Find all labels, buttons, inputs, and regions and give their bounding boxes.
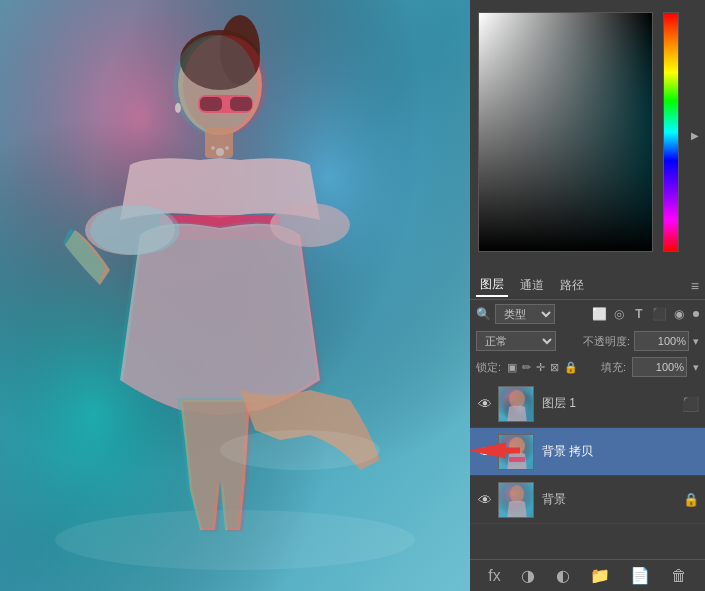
opacity-input[interactable]	[634, 331, 689, 351]
layer-name-bg-copy: 背景 拷贝	[542, 443, 699, 460]
tab-paths[interactable]: 路径	[556, 275, 588, 296]
filter-adj-icon[interactable]: ◎	[611, 306, 627, 322]
lock-paint-icon[interactable]: ✏	[522, 361, 531, 374]
layer-lock-icon-bg: 🔒	[683, 492, 699, 507]
layers-panel: 图层 通道 路径 ≡ 🔍 类型 ⬜ ◎ T ⬛ ◉ 正常 不	[470, 270, 705, 591]
blend-mode-select[interactable]: 正常	[476, 331, 556, 351]
layer-thumbnail-bg-copy	[498, 434, 534, 470]
lock-all-icon[interactable]: 🔒	[564, 361, 578, 374]
right-panel: ▶ 图层 通道 路径 ≡ 🔍 类型 ⬜ ◎ T ⬛ ◉	[470, 0, 705, 591]
layer-name-bg: 背景	[542, 491, 679, 508]
filter-type-icon[interactable]: T	[631, 306, 647, 322]
svg-point-22	[220, 430, 380, 470]
tab-layers[interactable]: 图层	[476, 274, 508, 297]
svg-point-20	[225, 146, 229, 150]
svg-rect-12	[200, 97, 222, 111]
panel-arrow-icon[interactable]: ▶	[691, 130, 699, 141]
filter-active-dot	[693, 311, 699, 317]
layers-toolbar: 🔍 类型 ⬜ ◎ T ⬛ ◉	[470, 300, 705, 328]
lock-move-icon[interactable]: ✛	[536, 361, 545, 374]
layers-tabs-bar: 图层 通道 路径 ≡	[470, 270, 705, 300]
svg-point-9	[173, 35, 257, 135]
layer-item-bg-copy[interactable]: 👁	[470, 428, 705, 476]
lock-checkerboard-icon[interactable]: ▣	[507, 361, 517, 374]
lock-icons: ▣ ✏ ✛ ⊠ 🔒	[507, 361, 578, 374]
svg-point-30	[509, 437, 525, 455]
visibility-icon-layer1[interactable]: 👁	[476, 395, 494, 413]
visibility-icon-bg-copy[interactable]: 👁	[476, 443, 494, 461]
svg-point-16	[90, 205, 180, 255]
visibility-icon-bg[interactable]: 👁	[476, 491, 494, 509]
svg-rect-13	[230, 97, 252, 111]
adjustment-layer-button[interactable]: ◐	[552, 564, 574, 587]
fill-input[interactable]	[632, 357, 687, 377]
fill-dropdown-icon[interactable]: ▾	[693, 361, 699, 374]
svg-point-18	[216, 148, 224, 156]
color-picker-area: ▶	[470, 0, 705, 270]
svg-rect-31	[509, 457, 525, 462]
new-group-button[interactable]: 📁	[586, 564, 614, 587]
layers-bottom-bar: fx ◑ ◐ 📁 📄 🗑	[470, 559, 705, 591]
delete-layer-button[interactable]: 🗑	[667, 565, 691, 587]
layer-item-bg[interactable]: 👁	[470, 476, 705, 524]
filter-icons: ⬜ ◎ T ⬛ ◉	[591, 306, 699, 322]
new-layer-button[interactable]: 📄	[626, 564, 654, 587]
color-gradient-box[interactable]	[478, 12, 653, 252]
filter-smart-icon[interactable]: ◉	[671, 306, 687, 322]
blend-mode-row: 正常 不透明度: ▾	[470, 328, 705, 354]
fill-label: 填充:	[601, 360, 626, 375]
lock-row: 锁定: ▣ ✏ ✛ ⊠ 🔒 填充: ▾	[470, 354, 705, 380]
canvas-image	[0, 0, 470, 591]
tab-channels[interactable]: 通道	[516, 275, 548, 296]
svg-point-19	[211, 146, 215, 150]
add-mask-button[interactable]: ◑	[517, 564, 539, 587]
filter-pixel-icon[interactable]: ⬜	[591, 306, 607, 322]
svg-point-21	[175, 103, 181, 113]
layer-thumbnail-bg	[498, 482, 534, 518]
layer-name-layer1: 图层 1	[542, 395, 678, 412]
color-spectrum-bar[interactable]	[663, 12, 679, 252]
svg-point-26	[509, 390, 525, 408]
lock-label: 锁定:	[476, 360, 501, 375]
svg-point-17	[270, 203, 350, 247]
svg-point-34	[510, 485, 524, 503]
figure-svg	[0, 0, 470, 591]
layer-extra-layer1: ⬛	[682, 396, 699, 412]
filter-kind-select[interactable]: 类型	[495, 304, 555, 324]
opacity-label: 不透明度:	[583, 334, 630, 349]
search-icon[interactable]: 🔍	[476, 307, 491, 321]
layer-item-layer1[interactable]: 👁	[470, 380, 705, 428]
opacity-dropdown-icon[interactable]: ▾	[693, 335, 699, 348]
layer-thumbnail-layer1	[498, 386, 534, 422]
lock-artboard-icon[interactable]: ⊠	[550, 361, 559, 374]
filter-shape-icon[interactable]: ⬛	[651, 306, 667, 322]
panel-menu-icon[interactable]: ≡	[691, 278, 699, 294]
canvas-area	[0, 0, 470, 591]
add-style-button[interactable]: fx	[484, 565, 504, 587]
layers-list: 👁	[470, 380, 705, 559]
